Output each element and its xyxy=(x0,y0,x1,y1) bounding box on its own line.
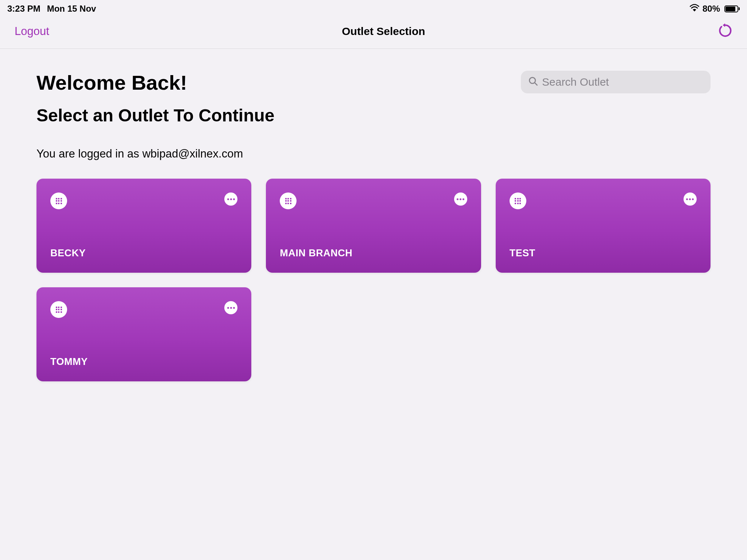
svg-line-1 xyxy=(535,83,537,85)
outlet-grid: BECKY MAIN BRANCH xyxy=(36,179,711,381)
building-icon xyxy=(50,192,67,209)
header-row: Welcome Back! xyxy=(36,71,711,105)
more-icon[interactable] xyxy=(684,192,697,206)
search-box[interactable] xyxy=(521,71,711,93)
main-content: Welcome Back! Select an Outlet To Contin… xyxy=(0,49,747,403)
status-date: Mon 15 Nov xyxy=(47,4,96,14)
more-icon[interactable] xyxy=(224,192,237,206)
wifi-icon xyxy=(689,4,700,14)
more-icon[interactable] xyxy=(224,301,237,314)
status-left: 3:23 PM Mon 15 Nov xyxy=(7,4,96,14)
page-title: Outlet Selection xyxy=(342,25,425,38)
outlet-name: TEST xyxy=(510,248,697,259)
status-battery-percent: 80% xyxy=(703,4,720,14)
outlet-name: TOMMY xyxy=(50,356,237,368)
logged-in-text: You are logged in as wbipad@xilnex.com xyxy=(36,147,711,160)
building-icon xyxy=(280,192,297,209)
status-time: 3:23 PM xyxy=(7,4,40,14)
more-icon[interactable] xyxy=(454,192,467,206)
search-icon xyxy=(528,76,538,88)
outlet-card-becky[interactable]: BECKY xyxy=(36,179,251,273)
outlet-name: BECKY xyxy=(50,248,237,259)
subtitle-heading: Select an Outlet To Continue xyxy=(36,105,711,125)
building-icon xyxy=(510,192,526,209)
search-input[interactable] xyxy=(542,76,703,88)
building-icon xyxy=(50,301,67,318)
welcome-heading: Welcome Back! xyxy=(36,71,187,94)
status-bar: 3:23 PM Mon 15 Nov 80% xyxy=(0,0,747,16)
battery-icon xyxy=(723,5,740,12)
status-right: 80% xyxy=(689,4,740,14)
logout-button[interactable]: Logout xyxy=(15,25,49,38)
outlet-name: MAIN BRANCH xyxy=(280,248,467,259)
outlet-card-test[interactable]: TEST xyxy=(496,179,711,273)
nav-bar: Logout Outlet Selection xyxy=(0,16,747,49)
refresh-button[interactable] xyxy=(718,23,732,39)
outlet-card-tommy[interactable]: TOMMY xyxy=(36,287,251,381)
outlet-card-main-branch[interactable]: MAIN BRANCH xyxy=(266,179,481,273)
